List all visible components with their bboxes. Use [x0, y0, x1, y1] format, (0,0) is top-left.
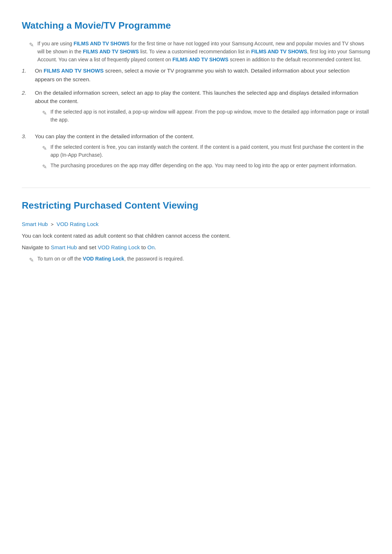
note-icon-5: ✎ [29, 256, 34, 265]
section2-body1: You can lock content rated as adult cont… [22, 231, 370, 240]
step-2-text: On the detailed information screen, sele… [35, 90, 358, 104]
step-3-number: 3. [22, 132, 29, 140]
step-3-note-2: ✎ The purchasing procedures on the app m… [42, 162, 370, 172]
note-icon-3: ✎ [42, 144, 47, 153]
navigate-smart-hub: Smart Hub [51, 244, 77, 250]
note-icon-4: ✎ [42, 163, 47, 172]
films-tv-shows-ref-4: FILMS AND TV SHOWS [172, 57, 228, 62]
step-3-text: You can play the content in the detailed… [35, 133, 194, 139]
breadcrumb-nav: Smart Hub > VOD Rating Lock [22, 220, 370, 228]
navigate-on: On [147, 244, 155, 250]
step-2-note: ✎ If the selected app is not installed, … [42, 108, 370, 124]
step-3: 3. You can play the content in the detai… [22, 132, 370, 175]
vod-rating-lock-ref: VOD Rating Lock [83, 256, 124, 262]
step-2-content: On the detailed information screen, sele… [35, 89, 370, 127]
step-3-note-text-1: If the selected content is free, you can… [50, 143, 370, 159]
steps-list: 1. On FILMS AND TV SHOWS screen, select … [22, 66, 370, 175]
section1-title: Watching a Movie/TV Programme [22, 18, 370, 33]
step-3-note-1: ✎ If the selected content is free, you c… [42, 143, 370, 159]
step-1: 1. On FILMS AND TV SHOWS screen, select … [22, 66, 370, 83]
note-icon-2: ✎ [42, 109, 47, 118]
films-tv-shows-ref-3: FILMS AND TV SHOWS [251, 49, 307, 54]
section2-navigate: Navigate to Smart Hub and set VOD Rating… [22, 243, 370, 251]
section2-note-text: To turn on or off the VOD Rating Lock, t… [37, 255, 184, 263]
step-3-content: You can play the content in the detailed… [35, 132, 370, 175]
step-2-number: 2. [22, 89, 29, 97]
breadcrumb-vod-rating-lock: VOD Rating Lock [57, 221, 99, 227]
section2-title: Restricting Purchased Content Viewing [22, 198, 370, 213]
note-text-intro: If you are using FILMS AND TV SHOWS for … [37, 40, 370, 63]
step-3-subnotes: ✎ If the selected content is free, you c… [35, 143, 370, 172]
note-block-intro: ✎ If you are using FILMS AND TV SHOWS fo… [29, 40, 370, 63]
films-tv-shows-ref-1: FILMS AND TV SHOWS [74, 41, 130, 46]
step-3-note-text-2: The purchasing procedures on the app may… [50, 162, 356, 170]
note-icon-1: ✎ [29, 41, 34, 50]
breadcrumb-smart-hub: Smart Hub [22, 221, 48, 227]
section2-note-block: ✎ To turn on or off the VOD Rating Lock,… [29, 255, 370, 265]
step-1-content: On FILMS AND TV SHOWS screen, select a m… [35, 66, 370, 83]
step-2: 2. On the detailed information screen, s… [22, 89, 370, 127]
step-2-subnotes: ✎ If the selected app is not installed, … [35, 108, 370, 124]
breadcrumb-separator: > [51, 222, 54, 227]
section-divider [22, 188, 370, 188]
films-tv-shows-ref-2: FILMS AND TV SHOWS [83, 49, 139, 54]
step-2-note-text: If the selected app is not installed, a … [50, 108, 370, 124]
navigate-vod-lock: VOD Rating Lock [98, 244, 140, 250]
films-tv-shows-step1: FILMS AND TV SHOWS [44, 67, 103, 74]
step-1-number: 1. [22, 66, 29, 75]
